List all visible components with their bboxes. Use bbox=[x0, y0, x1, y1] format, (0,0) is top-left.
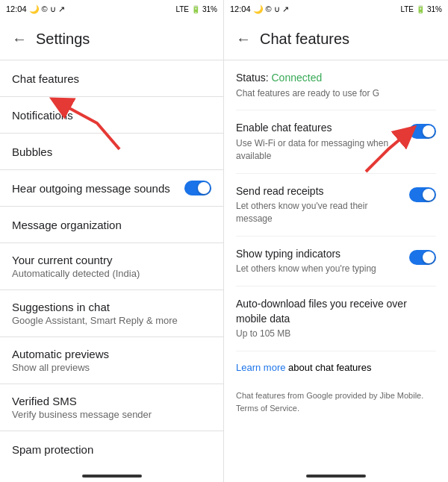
learn-more-link[interactable]: Learn more bbox=[236, 362, 285, 373]
left-header: ← Settings bbox=[0, 18, 223, 60]
right-back-button[interactable]: ← bbox=[236, 31, 251, 48]
learn-more-suffix: about chat features bbox=[285, 362, 371, 373]
cf-footer: Chat features from Google provided by Ji… bbox=[236, 384, 436, 420]
left-nav-indicator bbox=[0, 461, 223, 482]
settings-item-verified-sms[interactable]: Verified SMS Verify business message sen… bbox=[0, 384, 223, 431]
enable-chat-toggle-knob bbox=[423, 125, 435, 137]
cf-typing-indicators[interactable]: Show typing indicators Let others know w… bbox=[236, 237, 436, 287]
enable-chat-toggle[interactable] bbox=[409, 124, 436, 139]
settings-item-spam[interactable]: Spam protection bbox=[0, 431, 223, 461]
enable-chat-subtitle: Use Wi-Fi or data for messaging when ava… bbox=[236, 137, 403, 163]
status-label: Status: bbox=[236, 72, 269, 84]
settings-item-suggestions[interactable]: Suggestions in chat Google Assistant, Sm… bbox=[0, 290, 223, 337]
right-header: ← Chat features bbox=[224, 18, 448, 60]
left-nav-bar bbox=[82, 475, 142, 478]
read-receipts-toggle-knob bbox=[423, 189, 435, 201]
right-battery-icon: 🔋 bbox=[416, 5, 425, 13]
read-receipts-subtitle: Let others know you've read their messag… bbox=[236, 200, 403, 225]
verified-sms-title: Verified SMS bbox=[12, 395, 211, 407]
bubbles-title: Bubbles bbox=[12, 145, 211, 158]
left-status-icons: 🌙 ©️ ∪ ↗ bbox=[29, 4, 65, 14]
left-back-button[interactable]: ← bbox=[12, 31, 27, 48]
read-receipts-title: Send read receipts bbox=[236, 184, 403, 199]
right-panel: 12:04 🌙 ©️ ∪ ↗ LTE 🔋 31% ← Chat features… bbox=[224, 0, 448, 482]
left-status-bar: 12:04 🌙 ©️ ∪ ↗ LTE 🔋 31% bbox=[0, 0, 223, 18]
typing-toggle-knob bbox=[423, 251, 435, 263]
typing-toggle[interactable] bbox=[409, 250, 436, 265]
cf-status-title: Status: Connected bbox=[236, 71, 436, 86]
right-nav-indicator bbox=[224, 461, 448, 482]
left-battery: 31% bbox=[202, 5, 217, 13]
learn-more-text: Learn more about chat features bbox=[236, 362, 436, 373]
auto-download-title: Auto-download files you receive over mob… bbox=[236, 297, 436, 326]
cf-learn-more[interactable]: Learn more about chat features bbox=[236, 351, 436, 384]
spam-title: Spam protection bbox=[12, 443, 211, 456]
read-receipts-toggle[interactable] bbox=[409, 187, 436, 202]
suggestions-title: Suggestions in chat bbox=[12, 301, 211, 313]
message-org-title: Message organization bbox=[12, 219, 211, 231]
verified-sms-subtitle: Verify business message sender bbox=[12, 409, 211, 420]
right-time: 12:04 bbox=[230, 4, 251, 13]
settings-item-notifications[interactable]: Notifications bbox=[0, 97, 223, 133]
cf-auto-download[interactable]: Auto-download files you receive over mob… bbox=[236, 287, 436, 351]
right-header-title: Chat features bbox=[260, 31, 349, 48]
left-status-time: 12:04 🌙 ©️ ∪ ↗ bbox=[6, 4, 65, 14]
cf-status-item: Status: Connected Chat features are read… bbox=[236, 60, 436, 110]
hear-outgoing-title: Hear outgoing message sounds bbox=[12, 182, 184, 195]
right-status-right: LTE 🔋 31% bbox=[400, 5, 442, 13]
typing-subtitle: Let others know when you're typing bbox=[236, 263, 403, 275]
settings-item-message-org[interactable]: Message organization bbox=[0, 207, 223, 242]
left-panel: 12:04 🌙 ©️ ∪ ↗ LTE 🔋 31% ← Settings Chat… bbox=[0, 0, 224, 482]
left-battery-icon: 🔋 bbox=[191, 5, 200, 13]
settings-item-hear-outgoing[interactable]: Hear outgoing message sounds bbox=[0, 170, 223, 206]
right-battery: 31% bbox=[427, 5, 442, 13]
settings-item-previews[interactable]: Automatic previews Show all previews bbox=[0, 337, 223, 384]
left-settings-list: Chat features Notifications Bubbles bbox=[0, 60, 223, 461]
hear-outgoing-toggle-knob bbox=[198, 182, 210, 194]
right-status-icons: 🌙 ©️ ∪ ↗ bbox=[253, 4, 289, 14]
hear-outgoing-toggle[interactable] bbox=[184, 181, 211, 195]
left-signal: LTE bbox=[175, 5, 189, 13]
settings-item-country[interactable]: Your current country Automatically detec… bbox=[0, 243, 223, 289]
notifications-title: Notifications bbox=[12, 109, 211, 122]
cf-status-desc: Chat features are ready to use for G bbox=[236, 87, 436, 100]
left-header-title: Settings bbox=[36, 31, 90, 48]
cf-enable-chat[interactable]: Enable chat features Use Wi-Fi or data f… bbox=[236, 110, 436, 173]
chat-features-list: Status: Connected Chat features are read… bbox=[224, 60, 448, 461]
left-status-right: LTE 🔋 31% bbox=[175, 5, 217, 13]
previews-subtitle: Show all previews bbox=[12, 362, 211, 373]
right-nav-bar bbox=[306, 475, 366, 478]
right-signal: LTE bbox=[400, 5, 414, 13]
previews-title: Automatic previews bbox=[12, 348, 211, 360]
right-status-time: 12:04 🌙 ©️ ∪ ↗ bbox=[230, 4, 289, 14]
status-value: Connected bbox=[271, 72, 322, 84]
right-status-bar: 12:04 🌙 ©️ ∪ ↗ LTE 🔋 31% bbox=[224, 0, 448, 18]
settings-item-bubbles[interactable]: Bubbles bbox=[0, 134, 223, 169]
suggestions-subtitle: Google Assistant, Smart Reply & more bbox=[12, 315, 211, 326]
left-time: 12:04 bbox=[6, 4, 27, 13]
settings-item-chat-features[interactable]: Chat features bbox=[0, 60, 223, 96]
country-title: Your current country bbox=[12, 254, 211, 266]
chat-features-title: Chat features bbox=[12, 72, 211, 85]
auto-download-subtitle: Up to 105 MB bbox=[236, 328, 436, 340]
typing-title: Show typing indicators bbox=[236, 247, 403, 262]
enable-chat-title: Enable chat features bbox=[236, 121, 403, 136]
country-subtitle: Automatically detected (India) bbox=[12, 268, 211, 279]
cf-read-receipts[interactable]: Send read receipts Let others know you'v… bbox=[236, 174, 436, 237]
